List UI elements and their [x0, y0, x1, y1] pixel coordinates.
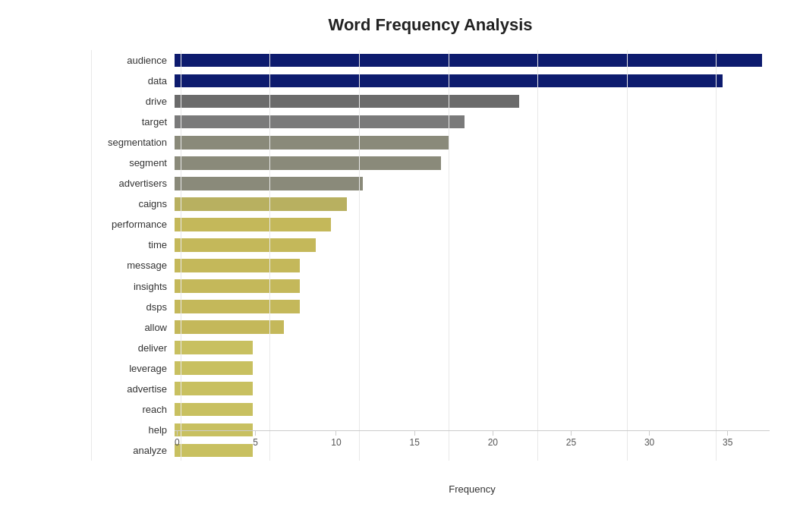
bar-label: time — [91, 239, 175, 250]
x-tick-line — [414, 431, 415, 436]
bar-label: advertisers — [91, 178, 175, 189]
bar-label: reach — [91, 404, 175, 415]
x-tick-label: 35 — [723, 437, 732, 448]
bar-wrapper — [175, 320, 770, 334]
bar — [175, 320, 284, 334]
bar-row: caigns — [91, 194, 770, 214]
bar-row: reach — [91, 399, 770, 420]
bar-row: drive — [91, 91, 770, 112]
x-tick: 5 — [253, 431, 258, 448]
bar-label: segment — [91, 157, 175, 168]
x-axis: 05101520253035Frequency — [175, 430, 770, 461]
bar-wrapper — [175, 300, 770, 313]
x-tick: 10 — [331, 431, 341, 448]
bar-label: dsps — [91, 301, 175, 313]
bar-label: performance — [91, 219, 175, 230]
x-tick-label: 30 — [644, 437, 654, 448]
bar-label: caigns — [91, 198, 175, 209]
x-tick-line — [493, 431, 493, 436]
x-tick-line — [177, 431, 178, 436]
x-tick-label: 25 — [566, 437, 576, 448]
bar-wrapper — [175, 74, 770, 88]
bar-row: dsps — [91, 297, 770, 317]
bar-label: drive — [91, 96, 175, 107]
bar-label: target — [91, 116, 175, 127]
bar-wrapper — [175, 136, 770, 150]
bar — [175, 156, 441, 170]
bar — [175, 238, 316, 252]
x-tick-label: 10 — [331, 437, 341, 448]
bar — [175, 382, 253, 395]
x-tick-line — [255, 431, 256, 436]
bar-row: time — [91, 235, 770, 255]
x-tick: 35 — [723, 431, 732, 448]
bar-wrapper — [175, 238, 770, 252]
x-tick: 30 — [644, 431, 654, 448]
bar — [175, 300, 300, 313]
chart-area: audiencedatadrivetargetsegmentationsegme… — [91, 50, 770, 461]
bar-wrapper — [175, 95, 770, 109]
bar — [175, 361, 253, 375]
chart-container: Word Frequency Analysis audiencedatadriv… — [0, 0, 800, 532]
bar-wrapper — [175, 341, 770, 354]
x-tick-line — [649, 431, 650, 436]
x-tick-label: 15 — [409, 437, 419, 448]
x-axis-label: Frequency — [449, 483, 495, 495]
bar-row: data — [91, 71, 770, 91]
bar-row: advertisers — [91, 173, 770, 194]
bar-wrapper — [175, 54, 770, 68]
bar-label: allow — [91, 322, 175, 333]
x-tick-label: 0 — [175, 437, 180, 448]
bar — [175, 74, 723, 88]
bar — [175, 341, 253, 354]
bar-row: audience — [91, 50, 770, 71]
x-tick-label: 5 — [253, 437, 258, 448]
bar-label: audience — [91, 55, 175, 66]
x-tick: 15 — [409, 431, 419, 448]
bar-label: analyze — [91, 445, 175, 456]
bar-wrapper — [175, 259, 770, 272]
x-tick-line — [571, 431, 572, 436]
bar-wrapper — [175, 382, 770, 395]
bar-row: segmentation — [91, 132, 770, 153]
bar-row: performance — [91, 214, 770, 235]
bar-row: advertise — [91, 379, 770, 399]
bar-label: message — [91, 260, 175, 271]
bar-row: leverage — [91, 358, 770, 379]
bar-label: leverage — [91, 363, 175, 374]
bar — [175, 259, 300, 272]
bar-label: data — [91, 75, 175, 87]
bar — [175, 279, 300, 293]
x-tick-line — [727, 431, 728, 436]
bar-row: message — [91, 255, 770, 275]
bar-wrapper — [175, 361, 770, 375]
bar — [175, 403, 253, 417]
x-tick-line — [335, 431, 336, 436]
x-tick: 0 — [175, 431, 180, 448]
bar — [175, 136, 449, 150]
bar — [175, 177, 363, 190]
bar-label: advertise — [91, 383, 175, 395]
bar-label: insights — [91, 281, 175, 292]
bar — [175, 54, 762, 68]
bar — [175, 197, 347, 211]
bar-row: insights — [91, 276, 770, 297]
bar — [175, 115, 465, 129]
bar-wrapper — [175, 115, 770, 129]
x-tick: 25 — [566, 431, 576, 448]
bar-wrapper — [175, 403, 770, 417]
bar-row: allow — [91, 317, 770, 338]
bar-wrapper — [175, 156, 770, 170]
bar-row: deliver — [91, 338, 770, 358]
bar-wrapper — [175, 177, 770, 190]
bar-label: segmentation — [91, 137, 175, 148]
x-tick-label: 20 — [488, 437, 498, 448]
bar-row: target — [91, 112, 770, 132]
chart-title: Word Frequency Analysis — [91, 15, 770, 35]
bar-wrapper — [175, 279, 770, 293]
x-tick: 20 — [488, 431, 498, 448]
bar-label: help — [91, 424, 175, 436]
bar — [175, 218, 331, 231]
bar-wrapper — [175, 218, 770, 231]
bar-label: deliver — [91, 342, 175, 354]
